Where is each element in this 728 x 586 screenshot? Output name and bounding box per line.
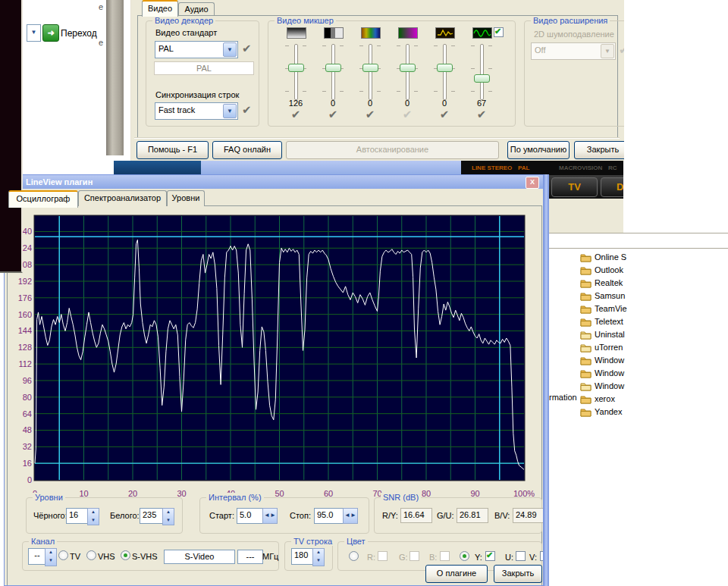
- folder-item[interactable]: xerox: [549, 393, 728, 406]
- tab-осциллограф[interactable]: Осциллограф: [8, 190, 78, 208]
- slider-knob[interactable]: [474, 74, 490, 83]
- radio-s-vhs[interactable]: [121, 550, 130, 560]
- folder-item[interactable]: TeamVie: [549, 302, 728, 315]
- color-mode-radio[interactable]: [460, 551, 469, 561]
- slider-tick: [451, 45, 455, 46]
- apply-check-icon[interactable]: ✔: [242, 42, 252, 54]
- slider-tick: [303, 45, 306, 46]
- window-titlebar[interactable]: LineView плагин X: [5, 175, 543, 189]
- channel-stepper[interactable]: ▲▼: [45, 548, 57, 566]
- line-sync-select[interactable]: Fast track ▼: [155, 102, 238, 120]
- noise-reduction-label: 2D шумоподавление: [534, 30, 614, 39]
- tab-спектроанализатор[interactable]: Спектроанализатор: [78, 190, 167, 206]
- apply-check-icon[interactable]: ✔: [278, 108, 314, 121]
- slider-knob[interactable]: [437, 64, 453, 72]
- folder-item[interactable]: Online S: [549, 251, 728, 264]
- slider-track[interactable]: [406, 44, 410, 100]
- apply-check-icon[interactable]: ✔: [242, 104, 252, 115]
- folder-name: Outlook: [595, 264, 623, 277]
- apply-check-icon[interactable]: ✔: [389, 108, 425, 121]
- video-mixer-group: Видео микшер 126✔0✔0✔0✔0✔67✔: [268, 20, 516, 127]
- folder-item[interactable]: Teletext: [549, 315, 728, 328]
- tab-Аудио[interactable]: Аудио: [178, 2, 215, 16]
- address-dropdown-button[interactable]: ▼: [27, 24, 41, 42]
- folder-item[interactable]: Outlook: [549, 264, 728, 277]
- black-level-input[interactable]: 16: [66, 508, 89, 524]
- mixer-enable-checkbox[interactable]: [494, 27, 504, 37]
- apply-check-icon[interactable]: ✔: [463, 108, 500, 121]
- stop-input[interactable]: 95.0: [314, 508, 344, 524]
- skin-button-dv[interactable]: DV: [601, 177, 623, 197]
- button-по-умолчанию[interactable]: По умолчанию: [507, 141, 570, 159]
- noise-reduction-value: Off: [535, 45, 600, 55]
- folder-item[interactable]: Window: [549, 380, 728, 393]
- slider-track[interactable]: [294, 44, 298, 100]
- interval-group: Интервал (%) Старт: 5.0 ◄► Стоп: 95.0 ◄►: [199, 497, 369, 534]
- color-label: V:: [529, 553, 537, 562]
- snr-label: B/V:: [494, 511, 510, 520]
- folder-name: Window: [595, 354, 624, 367]
- video-extensions-group: Видео расширения 2D шумоподавление Off ▼…: [524, 20, 624, 127]
- skin-button-tv[interactable]: TV: [551, 177, 598, 197]
- folder-item[interactable]: Samsun: [549, 290, 728, 302]
- slider-track[interactable]: [480, 44, 484, 100]
- slider-knob[interactable]: [362, 64, 378, 72]
- window-title: LineView плагин: [26, 177, 93, 186]
- folder-item[interactable]: Realtek: [549, 277, 728, 290]
- y-axis-tick-label: 0: [27, 475, 32, 484]
- folder-item[interactable]: Yandex: [549, 406, 728, 418]
- slider-knob[interactable]: [288, 64, 304, 72]
- slider-tick: [285, 45, 289, 46]
- channel-number-input[interactable]: --: [28, 548, 46, 565]
- slider-knob[interactable]: [325, 64, 341, 72]
- apply-check-icon[interactable]: ✔: [426, 108, 463, 121]
- apply-check-icon[interactable]: ✔: [315, 108, 351, 121]
- slider-tick: [340, 45, 344, 46]
- snr-group: SNR (dB) R/Y:16.64G/U:26.81B/V:24.89: [374, 497, 542, 534]
- tv-line-group-label: TV строка: [291, 537, 334, 546]
- radio-label: TV: [70, 552, 80, 561]
- chevron-up-icon: ▲: [163, 509, 174, 517]
- button-закрыть[interactable]: Закрыть: [494, 565, 542, 583]
- tv-line-stepper[interactable]: ▲▼: [312, 548, 325, 566]
- black-level-stepper[interactable]: ▲▼: [87, 508, 99, 525]
- stop-stepper[interactable]: ◄►: [343, 508, 358, 524]
- button-закрыть[interactable]: Закрыть: [574, 141, 624, 159]
- slider-track[interactable]: [443, 44, 447, 100]
- button-помощь-f1[interactable]: Помощь - F1: [136, 141, 209, 159]
- tab-Видео[interactable]: Видео: [142, 0, 178, 17]
- apply-check-icon[interactable]: ✔: [352, 108, 388, 121]
- folder-item[interactable]: Window: [549, 367, 728, 380]
- start-input[interactable]: 5.0: [237, 508, 264, 524]
- chevron-down-icon: ▼: [31, 29, 37, 36]
- start-stepper[interactable]: ◄►: [262, 508, 278, 524]
- white-level-input[interactable]: 235: [140, 508, 165, 524]
- button-faq-онлайн[interactable]: FAQ онлайн: [212, 141, 282, 159]
- y-axis-tick-label: 192: [18, 277, 32, 286]
- slider-knob[interactable]: [400, 64, 416, 72]
- color-checkbox[interactable]: [540, 551, 544, 561]
- folder-item[interactable]: Uninstal: [549, 328, 728, 341]
- folder-item[interactable]: Window: [549, 354, 728, 367]
- hue-icon: [361, 27, 381, 39]
- chevron-down-icon: ▼: [601, 44, 614, 58]
- white-level-stepper[interactable]: ▲▼: [162, 508, 174, 525]
- slider-tick: [303, 91, 306, 92]
- radio-vhs[interactable]: [86, 550, 96, 560]
- chevron-right-icon: ►: [270, 512, 276, 519]
- background-text-fragment: e: [99, 2, 103, 11]
- color-checkbox[interactable]: [516, 551, 526, 561]
- go-button[interactable]: ➜: [42, 24, 59, 42]
- y-axis-tick-label: 80: [23, 393, 32, 402]
- slider-track[interactable]: [331, 44, 335, 100]
- folder-item[interactable]: uTorren: [549, 341, 728, 354]
- color-checkbox[interactable]: [485, 551, 495, 561]
- radio-tv[interactable]: [58, 550, 68, 560]
- slider-track[interactable]: [369, 44, 372, 100]
- button-о-плагине[interactable]: О плагине: [425, 565, 488, 583]
- video-standard-select[interactable]: PAL ▼: [155, 41, 238, 58]
- tab-уровни[interactable]: Уровни: [167, 190, 205, 206]
- slider-value: 126: [278, 99, 314, 108]
- close-icon[interactable]: X: [526, 177, 539, 189]
- color-mode-radio[interactable]: [349, 551, 359, 561]
